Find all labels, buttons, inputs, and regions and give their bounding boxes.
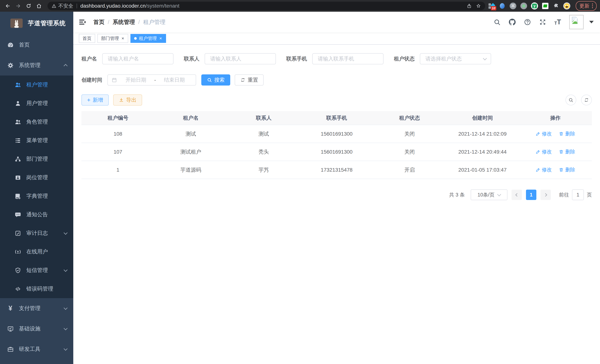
font-size-icon[interactable]: TT [554,19,561,25]
sidebar-logo[interactable]: 芋道管理系统 [0,12,73,35]
chevron-down-icon [64,268,67,272]
edit-link[interactable]: 修改 [536,131,552,137]
tab-tenant[interactable]: 租户管理 × [131,34,166,43]
edit-link[interactable]: 修改 [536,149,552,155]
sidebar-item-menu[interactable]: 菜单管理 [0,131,73,150]
add-button[interactable]: + 新增 [81,94,109,106]
sidebar-item-dict[interactable]: 字典管理 [0,187,73,205]
extensions-puzzle-icon[interactable] [552,2,560,10]
sidebar-item-devtools[interactable]: 研发工具 [0,339,73,359]
url-divider [77,3,77,8]
delete-link[interactable]: 删除 [559,166,575,173]
sidebar-item-label: 岗位管理 [26,174,67,181]
sidebar-item-tenant[interactable]: 租户管理 [0,75,73,94]
sidebar-item-audit-log[interactable]: 审计日志 [0,224,73,243]
show-search-icon[interactable] [565,95,576,105]
cell-contact: 秃头 [227,143,300,161]
extension-y-icon[interactable]: y [531,2,538,10]
not-secure-icon[interactable] [52,3,56,8]
close-icon[interactable]: × [121,36,124,41]
tenant-table: 租户编号 租户名 联系人 联系手机 租户状态 创建时间 操作 108 测试 测试 [81,111,592,179]
url-text[interactable]: dashboard.yudao.iocoder.cn/system/tenant [80,3,179,9]
avatar-dropdown-caret[interactable] [589,21,594,23]
bookmark-star-icon[interactable] [476,3,481,9]
address-bar[interactable]: 不安全 dashboard.yudao.iocoder.cn/system/te… [47,2,485,10]
sidebar: 芋道管理系统 首页 系统管理 租户管理 用户管理 [0,12,73,364]
tenant-name-input[interactable] [102,53,173,64]
edit-link[interactable]: 修改 [536,166,552,173]
chevron-down-icon [64,306,67,310]
help-icon[interactable] [524,19,531,26]
security-label[interactable]: 不安全 [58,3,73,9]
breadcrumb-home[interactable]: 首页 [93,18,104,26]
close-icon[interactable]: × [159,36,162,41]
extension-emoji-icon[interactable] [563,2,571,10]
cell-phone: 15601691300 [300,125,373,143]
sidebar-item-infra[interactable]: 基础设施 [0,318,73,339]
share-icon[interactable] [467,3,472,9]
active-dot [134,37,137,40]
reset-button[interactable]: 重置 [235,75,264,85]
sidebar-menu: 首页 系统管理 租户管理 用户管理 角色管理 [0,35,73,364]
extension-sidekick-icon[interactable]: 10 [488,2,495,10]
sidebar-collapse-icon[interactable] [73,12,92,32]
goto-page-input[interactable] [572,189,584,200]
back-icon[interactable] [3,1,12,10]
tab-home[interactable]: 首页 [79,34,95,43]
users-icon [14,82,21,88]
delete-link[interactable]: 删除 [559,149,575,155]
sidebar-item-role[interactable]: 角色管理 [0,113,73,131]
browser-nav [3,1,45,10]
page-size-select[interactable]: 10条/页 [471,189,507,200]
status-select[interactable]: 请选择租户状态 [420,53,491,64]
next-page-button[interactable] [540,190,551,200]
sidebar-item-online-user[interactable]: 在线用户 [0,243,73,261]
page-number-1[interactable]: 1 [526,190,536,200]
sidebar-item-label: 在线用户 [26,248,67,255]
browser-menu-icon[interactable] [592,3,593,8]
sidebar-item-post[interactable]: 岗位管理 [0,168,73,187]
sidebar-item-user[interactable]: 用户管理 [0,94,73,113]
dashboard-icon [7,42,14,48]
date-end-placeholder[interactable]: 结束日期 [157,76,192,84]
sidebar-item-home[interactable]: 首页 [0,35,73,55]
sidebar-item-dept[interactable]: 部门管理 [0,150,73,168]
phone-input[interactable] [312,53,384,64]
sidebar-item-sms[interactable]: 短信管理 [0,261,73,280]
extension-dot-icon[interactable] [520,2,527,10]
gear-icon [7,62,14,69]
reload-icon[interactable] [24,1,33,10]
prev-page-button[interactable] [512,190,522,200]
avatar[interactable] [569,15,584,29]
update-label: 更新 [579,3,590,9]
date-range-picker[interactable]: 开始日期 - 结束日期 [107,75,196,85]
fullscreen-icon[interactable] [539,19,546,26]
sidebar-item-system[interactable]: 系统管理 [0,55,73,75]
breadcrumb-system[interactable]: 系统管理 [112,18,135,26]
cell-contact: 测试 [227,125,300,143]
delete-link[interactable]: 删除 [559,131,575,137]
refresh-table-icon[interactable] [581,95,592,105]
sidebar-item-label: 首页 [19,41,67,49]
extension-chat-icon[interactable] [542,2,549,10]
sidebar-item-notice[interactable]: 通知公告 [0,205,73,224]
contact-input[interactable] [205,53,276,64]
export-button-label: 导出 [126,96,137,103]
sidebar-item-pay[interactable]: ¥ 支付管理 [0,298,73,318]
sidebar-item-error-code[interactable]: 错误码管理 [0,280,73,298]
github-icon[interactable] [509,19,516,26]
extension-command-icon[interactable]: ⌘ [509,2,517,10]
export-button[interactable]: 导出 [113,94,142,106]
search-button[interactable]: 搜索 [201,75,230,85]
date-start-placeholder[interactable]: 开始日期 [118,76,153,84]
tab-label: 租户管理 [139,36,157,41]
home-icon[interactable] [35,1,43,10]
dictionary-icon [14,193,21,199]
extension-balloon-icon[interactable] [498,2,506,10]
sidebar-item-label: 研发工具 [19,345,64,353]
header-search-icon[interactable] [494,19,501,26]
chrome-update-button[interactable]: 更新 [576,1,597,11]
broken-image-icon [571,16,579,25]
tab-dept[interactable]: 部门管理 × [97,34,128,43]
forward-icon[interactable] [14,1,23,10]
